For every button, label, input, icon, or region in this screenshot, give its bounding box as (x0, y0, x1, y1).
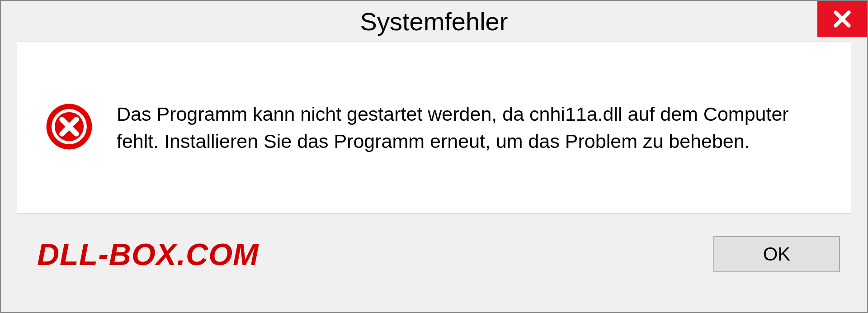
watermark-text: DLL-BOX.COM (37, 237, 259, 272)
dialog-title: Systemfehler (360, 7, 508, 36)
error-dialog: Systemfehler Das Programm kann nicht ges… (0, 0, 868, 313)
ok-button[interactable]: OK (713, 236, 840, 272)
close-button[interactable] (817, 1, 867, 37)
close-icon (831, 8, 854, 30)
title-bar: Systemfehler (1, 1, 867, 42)
ok-button-label: OK (763, 243, 791, 265)
error-message: Das Programm kann nicht gestartet werden… (117, 100, 824, 155)
error-icon (44, 102, 94, 153)
content-area: Das Programm kann nicht gestartet werden… (17, 42, 851, 213)
dialog-footer: DLL-BOX.COM OK (1, 213, 867, 295)
